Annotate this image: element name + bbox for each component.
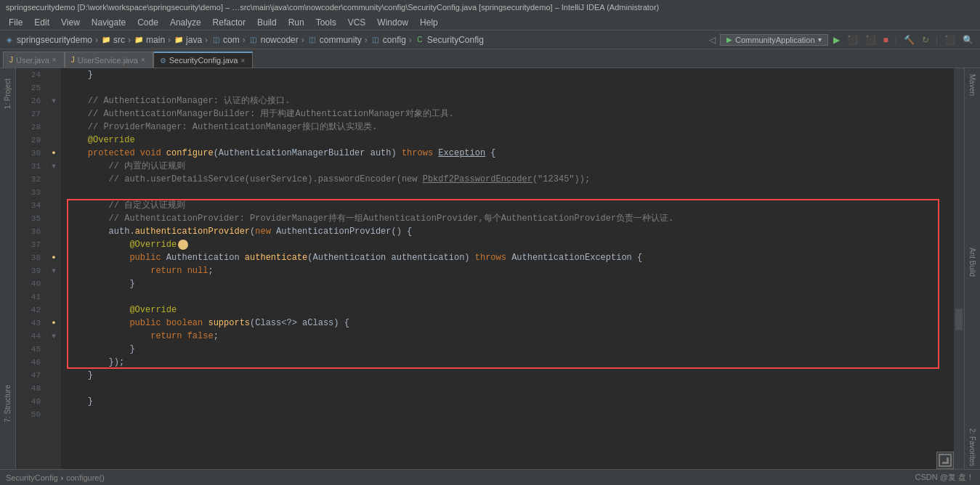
tab-userservice-java[interactable]: J UserService.java × [65,52,153,68]
corner-widget[interactable] [936,452,954,469]
nav-main[interactable]: main [146,35,165,45]
menu-run[interactable]: Run [283,16,310,29]
gutter-41 [46,290,61,303]
fold-26[interactable]: ▼ [52,97,56,105]
code-line-44: return false; [61,330,954,343]
code-editor[interactable]: } // AuthenticationManager: 认证的核心接口. // … [61,68,954,469]
config-icon: ⚙ [160,57,166,65]
nav-class[interactable]: SecurityConfig [427,35,484,45]
menu-view[interactable]: View [55,16,86,29]
gutter-36 [46,225,61,238]
menu-navigate[interactable]: Navigate [86,16,131,29]
gutter-24 [46,68,61,81]
nav-config[interactable]: config [383,35,406,45]
gutter-30: ● [46,147,61,160]
src-folder-icon: 📁 [101,35,111,45]
close-tab-2[interactable]: × [141,56,145,64]
code-line-48 [61,382,954,395]
run-config-button[interactable]: ▶ CommunityApplication ▾ [720,34,827,46]
menu-edit[interactable]: Edit [28,16,55,29]
nav-nowcoder[interactable]: nowcoder [261,35,299,45]
menu-tools[interactable]: Tools [310,16,342,29]
gutter-35 [46,212,61,225]
stop-button[interactable]: ■ [881,35,891,45]
structure-panel: 7: Structure [0,382,15,425]
nav-project[interactable]: springsecuritydemo [17,35,92,45]
line-num-26: 26 [19,94,44,107]
build-button[interactable]: 🔨 [902,35,917,45]
code-line-36: auth.authenticationProvider(new Authenti… [61,225,954,238]
menu-help[interactable]: Help [414,16,444,29]
run-config-dropdown-icon: ▾ [818,36,822,44]
code-line-35: // AuthenticationProvider: ProviderManag… [61,212,954,225]
nav-back-icon[interactable]: ◁ [708,35,717,45]
menu-build[interactable]: Build [251,16,283,29]
maven-panel-label[interactable]: Maven [967,71,978,99]
menu-vcs[interactable]: VCS [342,16,372,29]
java-folder-icon: 📁 [174,35,184,45]
line-num-43: 43 [19,317,44,330]
project-panel-label[interactable]: 1: Project [2,76,13,112]
search-button[interactable]: 🔍 [960,35,976,45]
nav-community[interactable]: community [320,35,362,45]
line-num-47: 47 [19,369,44,382]
status-bar: SecurityConfig › configure() CSDN @复 盘！ [0,469,980,485]
terminal-button[interactable]: ⬛ [942,35,957,45]
left-sidebar: 1: Project 7: Structure [0,68,16,469]
line-num-40: 40 [19,277,44,290]
debug-button[interactable]: ⬛ [845,35,860,45]
tab-securityconfig-java[interactable]: ⚙ SecurityConfig.java × [153,52,254,68]
nav-right-tools: ◁ ▶ CommunityApplication ▾ ▶ ⬛ ⬛ ■ | 🔨 ↻… [708,34,976,46]
gutter-47 [46,369,61,382]
line-num-38: 38 [19,251,44,264]
fold-44[interactable]: ▼ [52,333,56,341]
menu-file[interactable]: File [3,16,28,29]
code-line-46: }); [61,356,954,369]
gutter-39: ▼ [46,264,61,277]
structure-panel-label[interactable]: 7: Structure [2,382,13,425]
class-icon: C [415,35,425,45]
fold-39[interactable]: ▼ [52,267,56,275]
fold-31[interactable]: ▼ [52,163,56,171]
gutter-50 [46,408,61,421]
tab-bar: J User.java × J UserService.java × ⚙ Sec… [0,49,980,68]
gutter-25 [46,81,61,94]
menu-analyze[interactable]: Analyze [164,16,207,29]
tab-label-3: SecurityConfig.java [169,56,238,65]
sync-button[interactable]: ↻ [920,35,931,45]
nowcoder-pkg-icon: ◫ [248,35,259,45]
nav-com[interactable]: com [223,35,240,45]
scroll-thumb[interactable] [955,309,963,330]
code-line-34: // 自定义认证规则 [61,199,954,212]
close-tab-1[interactable]: × [52,56,57,64]
line-num-49: 49 [19,395,44,408]
menu-refactor[interactable]: Refactor [207,16,251,29]
ant-build-panel-label[interactable]: Ant Build [967,245,978,280]
gutter-34 [46,199,61,212]
line-num-27: 27 [19,107,44,121]
run-button[interactable]: ▶ [831,35,842,45]
vertical-scrollbar[interactable] [954,68,964,469]
gutter-32 [46,173,61,186]
gutter-31: ▼ [46,160,61,173]
close-tab-3[interactable]: × [240,57,245,65]
collapse-icon [939,454,952,467]
gutter-27 [46,107,61,121]
coverage-button[interactable]: ⬛ [863,35,878,45]
code-line-38: public Authentication authenticate(Authe… [61,251,954,264]
menu-code[interactable]: Code [131,16,164,29]
gutter-44: ▼ [46,330,61,343]
gutter-29 [46,134,61,147]
code-line-31: // 内置的认证规则 [61,160,954,173]
line-num-48: 48 [19,382,44,395]
menu-window[interactable]: Window [371,16,414,29]
line-num-29: 29 [19,134,44,147]
line-num-45: 45 [19,343,44,356]
nav-java[interactable]: java [186,35,202,45]
favorites-panel-label[interactable]: 2: Favorites [967,425,978,469]
line-num-24: 24 [19,68,44,81]
svg-rect-0 [939,455,951,466]
gutter-26: ▼ [46,94,61,107]
tab-user-java[interactable]: J User.java × [3,52,65,68]
nav-src[interactable]: src [113,35,125,45]
